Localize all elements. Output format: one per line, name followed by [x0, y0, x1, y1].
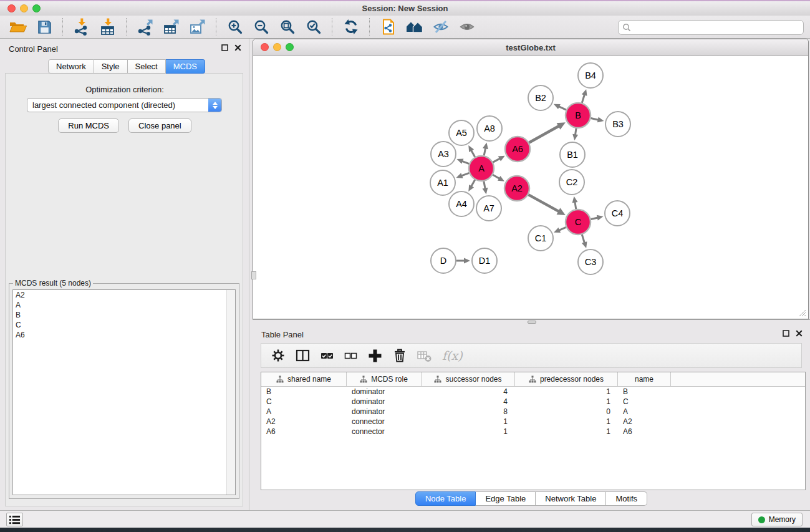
table-cell[interactable]: 1: [515, 397, 618, 407]
splitter-grip[interactable]: [528, 321, 536, 324]
graph-node-A8[interactable]: A8: [477, 116, 502, 141]
graph-node-A2[interactable]: A2: [504, 176, 529, 201]
first-neighbors-button[interactable]: [402, 17, 428, 37]
graph-node-C1[interactable]: C1: [528, 226, 553, 251]
select-all-button[interactable]: [321, 346, 334, 365]
graph-node-C[interactable]: C: [566, 210, 591, 235]
graph-node-B[interactable]: B: [566, 103, 591, 128]
graph-edge-B-B3[interactable]: [591, 117, 604, 123]
table-settings-button[interactable]: [271, 346, 285, 365]
result-list-item[interactable]: C: [13, 320, 235, 330]
graph-node-A1[interactable]: A1: [430, 170, 455, 195]
task-history-button[interactable]: [6, 513, 23, 526]
result-scrollbar[interactable]: [226, 290, 235, 495]
graph-edge-B-B1[interactable]: [572, 128, 578, 140]
panel-grip[interactable]: [251, 271, 256, 279]
save-session-button[interactable]: [31, 17, 57, 37]
graph-node-A5[interactable]: A5: [449, 120, 474, 145]
table-cell[interactable]: connector: [347, 417, 422, 427]
graph-edge-A-A5[interactable]: [468, 145, 475, 157]
graph-node-A[interactable]: A: [469, 156, 494, 181]
column-header-successor-nodes[interactable]: successor nodes: [422, 372, 515, 386]
graph-node-C4[interactable]: C4: [605, 201, 630, 226]
delete-table-button[interactable]: [417, 346, 432, 365]
hide-selected-button[interactable]: [428, 17, 454, 37]
zoom-traffic-light[interactable]: [32, 4, 41, 12]
tab-motifs[interactable]: Motifs: [606, 491, 647, 506]
graph-edge-A-A7[interactable]: [482, 181, 488, 195]
column-header-predecessor-nodes[interactable]: predecessor nodes: [515, 372, 618, 386]
table-cell[interactable]: 1: [515, 427, 618, 437]
graph-edge-A2-C[interactable]: [528, 195, 565, 215]
graph-node-D[interactable]: D: [431, 248, 456, 273]
close-traffic-light[interactable]: [7, 4, 16, 12]
table-cell[interactable]: dominator: [347, 387, 422, 397]
network-from-selection-button[interactable]: [375, 17, 402, 37]
tab-network-table[interactable]: Network Table: [536, 491, 606, 506]
zoom-in-button[interactable]: [222, 17, 248, 37]
table-cell[interactable]: 1: [515, 387, 618, 397]
graph-node-A6[interactable]: A6: [505, 137, 530, 162]
float-icon[interactable]: [783, 330, 789, 337]
graph-edge-A-A6[interactable]: [493, 156, 505, 162]
table-cell[interactable]: 8: [422, 407, 515, 417]
run-mcds-button[interactable]: Run MCDS: [58, 118, 119, 133]
graph-edge-B-B2[interactable]: [554, 104, 566, 110]
tab-edge-table[interactable]: Edge Table: [476, 491, 536, 506]
zoom-out-button[interactable]: [248, 17, 274, 37]
graph-edge-A-A4[interactable]: [468, 180, 475, 191]
close-traffic-light[interactable]: [261, 43, 269, 51]
graph-edge-A-A8[interactable]: [483, 143, 488, 156]
graph-node-B2[interactable]: B2: [528, 85, 553, 110]
table-cell[interactable]: C: [618, 397, 671, 407]
table-cell[interactable]: C: [261, 397, 347, 407]
graph-edge-A-A1[interactable]: [456, 173, 470, 178]
column-header-shared-name[interactable]: shared name: [261, 372, 347, 386]
result-list-item[interactable]: A6: [13, 330, 235, 340]
search-input[interactable]: [634, 21, 803, 34]
table-cell[interactable]: dominator: [347, 407, 422, 417]
deselect-all-button[interactable]: [344, 346, 357, 365]
table-cell[interactable]: B: [618, 387, 671, 397]
graph-node-D1[interactable]: D1: [472, 248, 497, 273]
table-row[interactable]: Bdominator41B: [261, 387, 805, 397]
show-all-button[interactable]: [454, 17, 480, 37]
table-cell[interactable]: A6: [261, 427, 347, 437]
table-cell[interactable]: 1: [515, 417, 618, 427]
result-list-item[interactable]: B: [13, 310, 235, 320]
float-icon[interactable]: [221, 44, 228, 51]
zoom-traffic-light[interactable]: [286, 43, 294, 51]
close-icon[interactable]: [234, 44, 241, 51]
graph-node-C2[interactable]: C2: [559, 170, 584, 195]
table-cell[interactable]: A2: [618, 417, 671, 427]
import-network-button[interactable]: [69, 17, 95, 37]
graph-edge-C-C4[interactable]: [591, 215, 603, 221]
column-header-name[interactable]: name: [618, 372, 671, 386]
close-panel-button[interactable]: Close panel: [128, 118, 191, 133]
graph-edge-C-C3[interactable]: [582, 235, 587, 248]
table-row[interactable]: A6connector11A6: [261, 427, 805, 437]
open-session-button[interactable]: [5, 17, 31, 37]
table-row[interactable]: Adominator80A: [261, 407, 805, 417]
table-cell[interactable]: 4: [422, 397, 515, 407]
tab-style[interactable]: Style: [94, 59, 128, 74]
graph-node-B1[interactable]: B1: [560, 142, 585, 167]
table-cell[interactable]: dominator: [347, 397, 422, 407]
table-cell[interactable]: 1: [422, 427, 515, 437]
split-view-button[interactable]: [296, 346, 310, 365]
graph-node-A4[interactable]: A4: [449, 191, 474, 216]
optimization-select[interactable]: largest connected component (directed): [27, 98, 222, 112]
function-builder-button[interactable]: f(x): [442, 346, 463, 365]
graph-edge-A-A2[interactable]: [493, 175, 504, 181]
resize-grip-icon[interactable]: [798, 308, 806, 317]
export-image-button[interactable]: [185, 17, 211, 37]
column-header-mcds-role[interactable]: MCDS role: [347, 372, 422, 386]
table-cell[interactable]: A: [261, 407, 347, 417]
graph-node-A3[interactable]: A3: [431, 142, 456, 167]
tab-network[interactable]: Network: [48, 59, 94, 74]
export-network-button[interactable]: [132, 17, 158, 37]
close-icon[interactable]: [796, 330, 803, 337]
graph-edge-D-D1[interactable]: [456, 258, 470, 264]
export-table-button[interactable]: [158, 17, 185, 37]
table-cell[interactable]: 0: [515, 407, 618, 417]
